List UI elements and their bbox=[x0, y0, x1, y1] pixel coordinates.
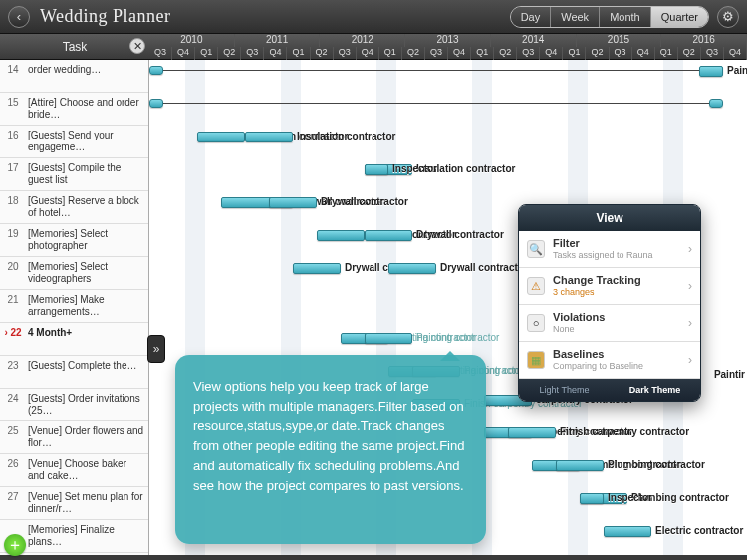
gantt-bar[interactable] bbox=[556, 460, 604, 471]
task-number: 26 bbox=[0, 456, 26, 469]
task-number: 21 bbox=[0, 292, 26, 305]
task-list[interactable]: 14order wedding…15[Attire] Choose and or… bbox=[0, 60, 149, 560]
task-row[interactable]: 24[Guests] Order invitations (25… bbox=[0, 389, 148, 421]
gantt-bar[interactable] bbox=[388, 263, 436, 274]
gantt-bar-label: Drywall contractor bbox=[321, 196, 408, 207]
expand-columns-handle[interactable]: » bbox=[147, 335, 165, 363]
view-popover: View 🔍FilterTasks assigned to Rauna›⚠Cha… bbox=[518, 204, 701, 402]
plus-icon: ＋ bbox=[7, 535, 23, 556]
quarter-label: Q3 bbox=[517, 47, 540, 60]
gantt-bar-label: Electric contractor bbox=[655, 525, 743, 536]
quarter-label: Q1 bbox=[471, 47, 494, 60]
gantt-bar[interactable] bbox=[317, 230, 365, 241]
gantt-bar[interactable] bbox=[699, 66, 723, 77]
view-item-baselines[interactable]: ▦BaselinesComparing to Baseline› bbox=[519, 342, 700, 379]
task-name: [Guests] Send your engageme… bbox=[26, 128, 148, 155]
summary-bar[interactable] bbox=[149, 70, 723, 71]
summary-cap bbox=[149, 99, 163, 108]
view-item-title: Violations bbox=[553, 311, 688, 323]
timeline-header: 2010201120122013201420152016 Q3Q4Q1Q2Q3Q… bbox=[149, 34, 747, 59]
close-task-column[interactable]: ✕ bbox=[129, 38, 145, 54]
gantt-bar-label: Drywall contractor bbox=[416, 229, 504, 240]
quarter-label: Q1 bbox=[563, 47, 586, 60]
column-header: Task ✕ 2010201120122013201420152016 Q3Q4… bbox=[0, 34, 747, 60]
task-row[interactable]: 21[Memories] Make arrangements… bbox=[0, 290, 148, 323]
year-label: 2011 bbox=[235, 34, 321, 47]
settings-button[interactable]: ⚙ bbox=[717, 6, 739, 28]
task-number bbox=[0, 522, 26, 524]
task-row[interactable]: 15[Attire] Choose and order bride… bbox=[0, 93, 148, 126]
filter-icon: 🔍 bbox=[527, 240, 545, 258]
range-day[interactable]: Day bbox=[511, 7, 552, 27]
task-row[interactable]: 26[Venue] Choose baker and cake… bbox=[0, 454, 148, 487]
task-name: 4 Month+ bbox=[26, 325, 148, 341]
view-popover-title: View bbox=[519, 205, 700, 231]
year-label: 2014 bbox=[491, 34, 577, 47]
task-number: 27 bbox=[0, 489, 26, 502]
view-item-text: ViolationsNone bbox=[553, 311, 688, 335]
violations-icon: ○ bbox=[527, 314, 545, 332]
range-week[interactable]: Week bbox=[551, 7, 600, 27]
task-name: [Venue] Choose baker and cake… bbox=[26, 456, 148, 484]
task-number: 16 bbox=[0, 128, 26, 140]
gantt-bar[interactable] bbox=[293, 263, 341, 274]
summary-bar[interactable] bbox=[149, 103, 723, 104]
quarter-label: Q2 bbox=[678, 47, 701, 60]
gantt-bar[interactable] bbox=[269, 197, 317, 208]
quarter-label: Q3 bbox=[425, 47, 448, 60]
gantt-bar-label: Inspector bbox=[608, 492, 652, 503]
quarter-label: Q1 bbox=[195, 47, 218, 60]
task-name: [Memories] Select videographers bbox=[26, 259, 148, 287]
view-item-text: Change Tracking3 changes bbox=[553, 274, 688, 298]
task-name: [Memories] Make arrangements… bbox=[26, 292, 148, 320]
task-row[interactable]: 20[Memories] Select videographers bbox=[0, 257, 148, 290]
gantt-bar-label: Paintir bbox=[727, 65, 747, 76]
theme-dark[interactable]: Dark Theme bbox=[610, 379, 700, 401]
task-row[interactable]: 16[Guests] Send your engageme… bbox=[0, 126, 148, 158]
gantt-bar-label: Plumbing contractor bbox=[608, 459, 705, 470]
task-number: 25 bbox=[0, 423, 26, 436]
gantt-bar[interactable] bbox=[508, 427, 556, 438]
task-row[interactable]: 25[Venue] Order flowers and flor… bbox=[0, 421, 148, 454]
view-item-filter[interactable]: 🔍FilterTasks assigned to Rauna› bbox=[519, 231, 700, 268]
task-row[interactable]: 17[Guests] Compile the guest list bbox=[0, 158, 148, 191]
gantt-bar[interactable] bbox=[245, 132, 293, 142]
task-row[interactable]: 27[Venue] Set menu plan for dinner/r… bbox=[0, 487, 148, 520]
task-row[interactable]: 14order wedding… bbox=[0, 60, 148, 93]
task-name: [Memories] Finalize plans… bbox=[26, 522, 148, 550]
gantt-bar[interactable] bbox=[580, 493, 604, 504]
quarter-label: Q1 bbox=[287, 47, 310, 60]
task-number: 15 bbox=[0, 95, 26, 108]
back-button[interactable]: ‹ bbox=[8, 6, 30, 28]
gantt-bar[interactable] bbox=[365, 164, 388, 175]
view-item-change_tracking[interactable]: ⚠Change Tracking3 changes› bbox=[519, 268, 700, 305]
view-item-sub: Comparing to Baseline bbox=[553, 360, 688, 372]
quarter-label: Q4 bbox=[632, 47, 655, 60]
gantt-bar[interactable] bbox=[365, 333, 412, 344]
task-name: order wedding… bbox=[26, 62, 148, 78]
task-name: [Attire] Choose and order bride… bbox=[26, 95, 148, 123]
range-quarter[interactable]: Quarter bbox=[651, 7, 708, 27]
gantt-bar-label: Finish carpentry contractor bbox=[560, 426, 689, 437]
theme-light[interactable]: Light Theme bbox=[519, 379, 610, 401]
task-row[interactable]: 18[Guests] Reserve a block of hotel… bbox=[0, 191, 148, 224]
change_tracking-icon: ⚠ bbox=[527, 277, 545, 295]
task-row[interactable]: 19[Memories] Select photographer bbox=[0, 224, 148, 257]
task-number: 18 bbox=[0, 193, 26, 206]
view-item-violations[interactable]: ○ViolationsNone› bbox=[519, 305, 700, 342]
task-name: [Guests] Reserve a block of hotel… bbox=[26, 193, 148, 221]
task-row[interactable]: 23[Guests] Complete the… bbox=[0, 356, 148, 389]
quarter-label: Q3 bbox=[701, 47, 724, 60]
gantt-bar[interactable] bbox=[197, 132, 245, 142]
add-task-button[interactable]: ＋ bbox=[4, 534, 26, 556]
task-number: 24 bbox=[0, 391, 26, 404]
gantt-bar[interactable] bbox=[604, 526, 651, 537]
task-row[interactable]: › 224 Month+ bbox=[0, 323, 148, 356]
range-month[interactable]: Month bbox=[600, 7, 651, 27]
gantt-bar[interactable] bbox=[365, 230, 412, 241]
quarter-label: Q2 bbox=[218, 47, 241, 60]
chevron-right-icon: › bbox=[688, 242, 692, 256]
app-title: Wedding Planner bbox=[40, 6, 171, 27]
year-label: 2013 bbox=[405, 34, 491, 47]
quarter-label: Q4 bbox=[357, 47, 379, 60]
